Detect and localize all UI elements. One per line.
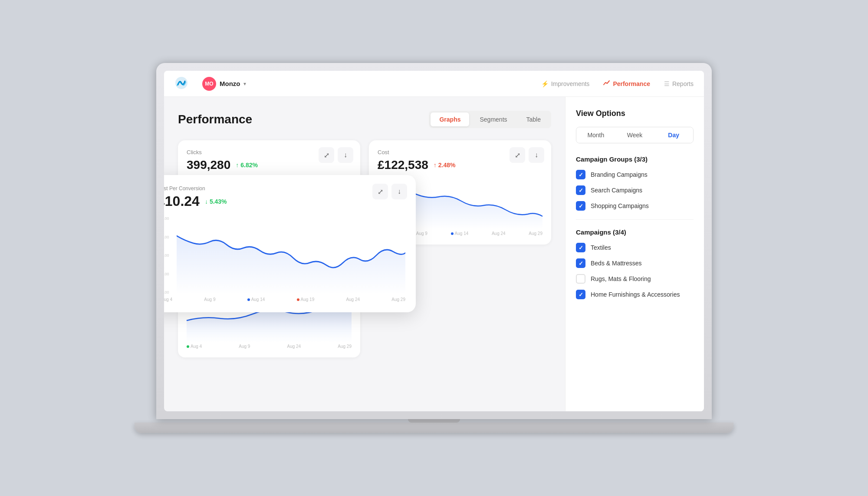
checkbox-textiles-box[interactable]	[576, 243, 585, 252]
conversions-chart-labels: Aug 4 Aug 9 Aug 24 Aug 29	[187, 344, 352, 349]
content-area: Performance Graphs Segments Table	[164, 97, 565, 411]
brand-name: Monzo	[220, 80, 240, 87]
cost-actions: ⤢ ↓	[510, 147, 544, 163]
expand-button[interactable]: ⤢	[510, 147, 525, 163]
down-arrow-icon: ↓	[205, 198, 208, 205]
campaigns-section: Campaigns (3/4) Textiles Beds & Mattress…	[576, 228, 694, 299]
nav-reports[interactable]: ☰ Reports	[664, 80, 694, 87]
expand-button[interactable]: ⤢	[319, 147, 334, 163]
checkbox-textiles[interactable]: Textiles	[576, 243, 694, 252]
campaign-groups-title: Campaign Groups (3/3)	[576, 155, 694, 163]
checkbox-textiles-label: Textiles	[591, 244, 611, 251]
page-title: Performance	[178, 112, 252, 126]
tab-table[interactable]: Table	[518, 112, 549, 126]
up-arrow-icon: ↑	[434, 162, 437, 169]
main-layout: Performance Graphs Segments Table	[164, 97, 704, 411]
floating-chart-x-labels: Aug 4 Aug 9 Aug 14 Aug 19 Aug 24 Aug 29	[164, 297, 405, 302]
laptop-base	[135, 423, 733, 433]
clicks-change: ↑ 6.82%	[236, 162, 258, 169]
divider	[576, 219, 694, 220]
laptop-screen: MO Monzo ▾ ⚡ Improvements	[164, 71, 704, 411]
clicks-actions: ⤢ ↓	[319, 147, 353, 163]
floating-cost-per-conversion-card: Cost Per Conversion £10.24 ↓ 5.43%	[164, 175, 416, 312]
tab-graphs[interactable]: Graphs	[431, 112, 469, 126]
nav-improvements[interactable]: ⚡ Improvements	[541, 80, 590, 87]
checkbox-beds[interactable]: Beds & Mattresses	[576, 258, 694, 268]
checkbox-search[interactable]: Search Campaigns	[576, 185, 694, 195]
brand-badge[interactable]: MO Monzo ▾	[202, 77, 246, 91]
report-icon: ☰	[664, 80, 670, 87]
floating-metric-value-row: £10.24 ↓ 5.43%	[164, 193, 405, 209]
download-button[interactable]: ↓	[338, 147, 353, 163]
nav-performance[interactable]: Performance	[603, 79, 650, 88]
time-options: Month Week Day	[576, 127, 694, 143]
right-panel: View Options Month Week Day Campaign Gro…	[565, 97, 704, 411]
time-option-week[interactable]: Week	[615, 127, 654, 143]
download-button[interactable]: ↓	[391, 184, 407, 199]
up-arrow-icon: ↑	[236, 162, 239, 169]
time-option-month[interactable]: Month	[576, 127, 615, 143]
floating-chart: £14.00 £13.00 £12.00 £11.00 £10.00	[164, 216, 405, 294]
floating-actions: ⤢ ↓	[372, 184, 407, 199]
checkbox-branding-label: Branding Campaigns	[591, 171, 648, 178]
checkbox-home[interactable]: Home Furnishings & Accessories	[576, 290, 694, 299]
chart-icon	[603, 79, 610, 88]
performance-header: Performance Graphs Segments Table	[178, 111, 551, 128]
checkbox-rugs[interactable]: Rugs, Mats & Flooring	[576, 274, 694, 284]
floating-metric-change: ↓ 5.43%	[205, 198, 227, 205]
checkbox-rugs-label: Rugs, Mats & Flooring	[591, 275, 651, 282]
screen-content: MO Monzo ▾ ⚡ Improvements	[164, 71, 704, 411]
checkbox-home-label: Home Furnishings & Accessories	[591, 291, 680, 298]
app-logo	[174, 76, 188, 92]
campaigns-title: Campaigns (3/4)	[576, 228, 694, 236]
checkbox-search-label: Search Campaigns	[591, 187, 642, 194]
campaign-groups-section: Campaign Groups (3/3) Branding Campaigns…	[576, 155, 694, 211]
laptop-notch	[408, 419, 460, 423]
checkbox-shopping[interactable]: Shopping Campaigns	[576, 201, 694, 211]
time-option-day[interactable]: Day	[654, 127, 693, 143]
brand-avatar: MO	[202, 77, 216, 91]
cost-value: £122,538	[378, 158, 428, 172]
checkbox-shopping-box[interactable]	[576, 201, 585, 211]
lightning-icon: ⚡	[541, 80, 549, 87]
clicks-value: 399,280	[187, 158, 230, 172]
cost-change: ↑ 2.48%	[434, 162, 456, 169]
checkbox-branding[interactable]: Branding Campaigns	[576, 170, 694, 179]
chevron-down-icon: ▾	[243, 81, 246, 87]
checkbox-search-box[interactable]	[576, 185, 585, 195]
checkbox-branding-box[interactable]	[576, 170, 585, 179]
checkbox-shopping-label: Shopping Campaigns	[591, 202, 649, 209]
view-tabs: Graphs Segments Table	[429, 111, 551, 128]
checkbox-rugs-box[interactable]	[576, 274, 585, 284]
checkbox-beds-box[interactable]	[576, 258, 585, 268]
tab-segments[interactable]: Segments	[471, 112, 516, 126]
laptop-body: MO Monzo ▾ ⚡ Improvements	[156, 63, 712, 419]
download-button[interactable]: ↓	[529, 147, 544, 163]
floating-metric-label: Cost Per Conversion	[164, 185, 405, 192]
panel-title: View Options	[576, 109, 694, 118]
floating-metric-value: £10.24	[164, 193, 200, 209]
checkbox-beds-label: Beds & Mattresses	[591, 260, 642, 267]
expand-button[interactable]: ⤢	[372, 184, 388, 199]
nav-links: ⚡ Improvements Performance	[541, 79, 694, 88]
top-nav: MO Monzo ▾ ⚡ Improvements	[164, 71, 704, 97]
checkbox-home-box[interactable]	[576, 290, 585, 299]
laptop-wrapper: MO Monzo ▾ ⚡ Improvements	[130, 53, 738, 443]
